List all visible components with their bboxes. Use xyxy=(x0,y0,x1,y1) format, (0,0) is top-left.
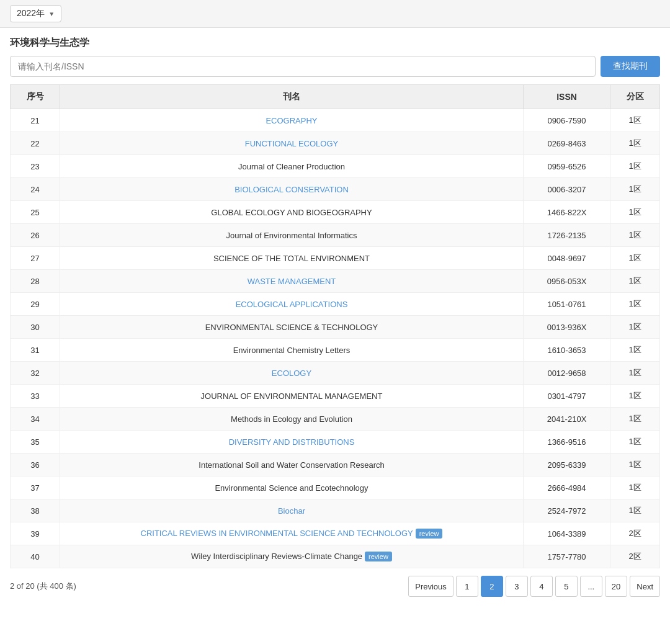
cell-issn: 0959-6526 xyxy=(524,155,610,178)
cell-zone: 1区 xyxy=(610,454,660,476)
cell-index: 35 xyxy=(11,431,60,454)
cell-index: 32 xyxy=(11,362,60,385)
cell-journal-name[interactable]: GLOBAL ECOLOGY AND BIOGEOGRAPHY xyxy=(60,201,524,224)
cell-zone: 1区 xyxy=(610,293,660,316)
table-row: 37Environmental Science and Ecotechnolog… xyxy=(11,476,660,499)
table-row: 36International Soil and Water Conservat… xyxy=(11,454,660,476)
cell-index: 21 xyxy=(11,109,60,132)
review-badge: review xyxy=(365,552,392,561)
journal-table-wrapper: 序号 刊名 ISSN 分区 21ECOGRAPHY0906-75901区22FU… xyxy=(0,84,670,568)
cell-journal-name[interactable]: Environmental Science and Ecotechnology xyxy=(60,476,524,499)
cell-zone: 1区 xyxy=(610,178,660,201)
cell-index: 30 xyxy=(11,316,60,339)
table-row: 23Journal of Cleaner Production0959-6526… xyxy=(11,155,660,178)
cell-zone: 1区 xyxy=(610,270,660,293)
table-row: 32ECOLOGY0012-96581区 xyxy=(11,362,660,385)
page-number-button[interactable]: 1 xyxy=(456,576,478,597)
review-badge: review xyxy=(416,529,443,539)
cell-journal-name[interactable]: DIVERSITY AND DISTRIBUTIONS xyxy=(60,431,524,454)
pagination-bar: 2 of 20 (共 400 条) Previous12345...20Next xyxy=(0,568,670,607)
cell-journal-name[interactable]: Journal of Cleaner Production xyxy=(60,155,524,178)
search-bar: 查找期刊 xyxy=(0,56,670,84)
search-input[interactable] xyxy=(10,56,596,77)
cell-index: 37 xyxy=(11,476,60,499)
cell-journal-name[interactable]: ECOLOGY xyxy=(60,362,524,385)
cell-zone: 1区 xyxy=(610,476,660,499)
cell-journal-name[interactable]: BIOLOGICAL CONSERVATION xyxy=(60,178,524,201)
cell-zone: 1区 xyxy=(610,385,660,408)
cell-issn: 0006-3207 xyxy=(524,178,610,201)
cell-journal-name[interactable]: FUNCTIONAL ECOLOGY xyxy=(60,132,524,155)
table-row: 35DIVERSITY AND DISTRIBUTIONS1366-95161区 xyxy=(11,431,660,454)
cell-journal-name[interactable]: ECOLOGICAL APPLICATIONS xyxy=(60,293,524,316)
cell-index: 34 xyxy=(11,408,60,431)
cell-index: 31 xyxy=(11,339,60,362)
cell-zone: 1区 xyxy=(610,339,660,362)
cell-index: 39 xyxy=(11,522,60,545)
cell-issn: 0906-7590 xyxy=(524,109,610,132)
year-selector[interactable]: 2022年 ▼ xyxy=(10,5,61,22)
cell-index: 23 xyxy=(11,155,60,178)
page-number-button[interactable]: 4 xyxy=(530,576,553,597)
cell-issn: 2524-7972 xyxy=(524,499,610,522)
cell-zone: 1区 xyxy=(610,499,660,522)
cell-issn: 0012-9658 xyxy=(524,362,610,385)
cell-issn: 1366-9516 xyxy=(524,431,610,454)
cell-journal-name[interactable]: SCIENCE OF THE TOTAL ENVIRONMENT xyxy=(60,247,524,270)
table-header-row: 序号 刊名 ISSN 分区 xyxy=(11,85,660,109)
table-row: 31Environmental Chemistry Letters1610-36… xyxy=(11,339,660,362)
cell-journal-name[interactable]: WASTE MANAGEMENT xyxy=(60,270,524,293)
page-number-button[interactable]: 20 xyxy=(605,576,627,597)
table-row: 22FUNCTIONAL ECOLOGY0269-84631区 xyxy=(11,132,660,155)
cell-issn: 0013-936X xyxy=(524,316,610,339)
top-bar: 2022年 ▼ xyxy=(0,0,670,28)
cell-index: 29 xyxy=(11,293,60,316)
cell-issn: 0301-4797 xyxy=(524,385,610,408)
year-label: 2022年 xyxy=(17,8,45,19)
cell-index: 28 xyxy=(11,270,60,293)
search-button[interactable]: 查找期刊 xyxy=(601,56,660,77)
table-row: 33JOURNAL OF ENVIRONMENTAL MANAGEMENT030… xyxy=(11,385,660,408)
col-header-issn: ISSN xyxy=(524,85,610,109)
cell-issn: 1466-822X xyxy=(524,201,610,224)
cell-journal-name[interactable]: Journal of Environmental Informatics xyxy=(60,224,524,247)
cell-index: 36 xyxy=(11,454,60,476)
cell-issn: 1757-7780 xyxy=(524,545,610,568)
cell-index: 27 xyxy=(11,247,60,270)
table-row: 29ECOLOGICAL APPLICATIONS1051-07611区 xyxy=(11,293,660,316)
cell-journal-name[interactable]: International Soil and Water Conservatio… xyxy=(60,454,524,476)
next-page-button[interactable]: Next xyxy=(630,576,660,597)
cell-journal-name[interactable]: Methods in Ecology and Evolution xyxy=(60,408,524,431)
cell-journal-name[interactable]: Biochar xyxy=(60,499,524,522)
cell-zone: 1区 xyxy=(610,109,660,132)
page-number-button[interactable]: 2 xyxy=(481,576,503,597)
table-row: 30ENVIRONMENTAL SCIENCE & TECHNOLOGY0013… xyxy=(11,316,660,339)
cell-zone: 1区 xyxy=(610,362,660,385)
cell-journal-name[interactable]: JOURNAL OF ENVIRONMENTAL MANAGEMENT xyxy=(60,385,524,408)
cell-issn: 2666-4984 xyxy=(524,476,610,499)
cell-journal-name[interactable]: CRITICAL REVIEWS IN ENVIRONMENTAL SCIENC… xyxy=(60,522,524,545)
table-row: 39CRITICAL REVIEWS IN ENVIRONMENTAL SCIE… xyxy=(11,522,660,545)
cell-journal-name[interactable]: ECOGRAPHY xyxy=(60,109,524,132)
table-row: 28WASTE MANAGEMENT0956-053X1区 xyxy=(11,270,660,293)
journal-table: 序号 刊名 ISSN 分区 21ECOGRAPHY0906-75901区22FU… xyxy=(10,84,660,568)
pagination-info: 2 of 20 (共 400 条) xyxy=(10,581,76,592)
cell-zone: 1区 xyxy=(610,201,660,224)
prev-page-button[interactable]: Previous xyxy=(408,576,453,597)
cell-journal-name[interactable]: ENVIRONMENTAL SCIENCE & TECHNOLOGY xyxy=(60,316,524,339)
cell-index: 33 xyxy=(11,385,60,408)
table-row: 26Journal of Environmental Informatics17… xyxy=(11,224,660,247)
cell-journal-name[interactable]: Wiley Interdisciplinary Reviews-Climate … xyxy=(60,545,524,568)
cell-index: 22 xyxy=(11,132,60,155)
cell-zone: 2区 xyxy=(610,522,660,545)
cell-journal-name[interactable]: Environmental Chemistry Letters xyxy=(60,339,524,362)
page-number-button[interactable]: 5 xyxy=(555,576,578,597)
page-number-button[interactable]: 3 xyxy=(506,576,528,597)
cell-index: 25 xyxy=(11,201,60,224)
cell-issn: 1726-2135 xyxy=(524,224,610,247)
cell-issn: 0956-053X xyxy=(524,270,610,293)
col-header-index: 序号 xyxy=(11,85,60,109)
cell-issn: 1051-0761 xyxy=(524,293,610,316)
cell-issn: 2095-6339 xyxy=(524,454,610,476)
cell-zone: 1区 xyxy=(610,408,660,431)
